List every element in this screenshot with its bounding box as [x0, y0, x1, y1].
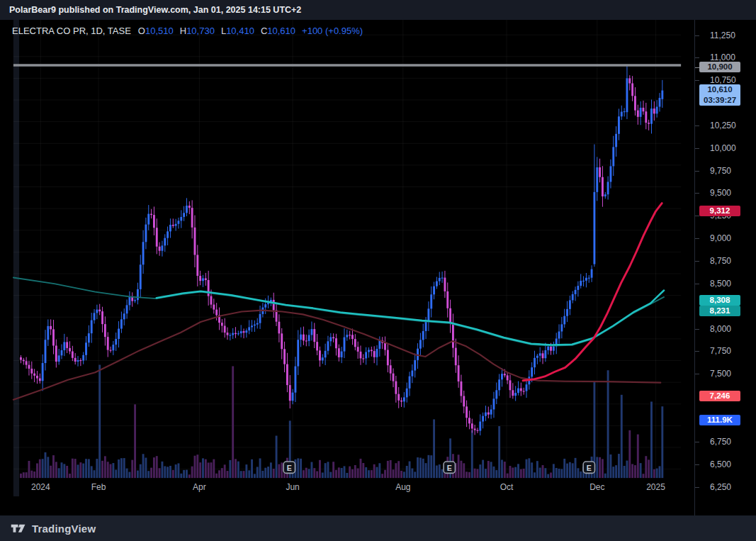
- earnings-letter: E: [587, 464, 592, 472]
- time-axis-label: Jun: [286, 482, 299, 492]
- long-ma-price-label: 7,246: [699, 391, 740, 401]
- price-tick-label: 8,500: [710, 279, 731, 289]
- price-tick-label: 9,500: [710, 188, 731, 198]
- price-tick-label: 11,250: [710, 30, 735, 40]
- price-tick-dash: [695, 374, 699, 374]
- candles: [20, 65, 663, 435]
- time-axis-label: 2025: [646, 482, 665, 492]
- price-tick-label: 7,750: [710, 346, 731, 356]
- tradingview-logo-icon: [9, 522, 27, 535]
- high-value: 10,730: [186, 26, 215, 36]
- fast-ma-line[interactable]: [523, 203, 662, 381]
- volume-label: 111.9K: [699, 415, 740, 425]
- earnings-marker[interactable]: E: [444, 462, 455, 473]
- price-tick-label: 6,500: [710, 459, 731, 469]
- price-tick-label: 8,000: [710, 324, 731, 334]
- price-tick-dash: [695, 148, 699, 149]
- price-tick-label: 6,750: [710, 437, 731, 447]
- price-tick-dash: [695, 464, 699, 465]
- price-tick-dash: [695, 329, 699, 330]
- price-axis[interactable]: 11,25011,00010,75010,25010,0009,7509,500…: [694, 20, 756, 515]
- price-tick-dash: [695, 216, 699, 216]
- time-axis-label: 2024: [31, 482, 50, 492]
- price-tick-dash: [695, 351, 699, 352]
- last-price-countdown-label: 10,61003:39:27: [699, 84, 740, 106]
- close-value: 10,610: [267, 26, 295, 36]
- earnings-marker[interactable]: E: [583, 462, 594, 473]
- high-label: H: [180, 26, 186, 36]
- slow-ma-price-label: 8,231: [699, 306, 740, 316]
- price-tick-dash: [695, 171, 699, 172]
- time-axis-label: Oct: [500, 482, 514, 492]
- attribution-bar: PolarBear9 published on TradingView.com,…: [0, 0, 756, 20]
- price-tick-label: 10,250: [710, 121, 736, 130]
- price-tick-dash: [695, 284, 699, 284]
- footer-bar: TradingView: [0, 515, 756, 541]
- attribution-text: PolarBear9 published on TradingView.com,…: [9, 5, 301, 15]
- price-tick-dash: [695, 193, 699, 194]
- price-tick-dash: [695, 238, 699, 239]
- open-value: 10,510: [145, 26, 174, 36]
- price-tick-dash: [695, 487, 699, 488]
- price-tick-dash: [695, 80, 699, 81]
- price-tick-label: 9,750: [710, 166, 731, 176]
- price-tick-dash: [695, 126, 699, 126]
- symbol-ohlc-header: ELECTRA CO PR, 1D, TASEO10,510H10,730L10…: [12, 26, 363, 36]
- price-tick-label: 8,750: [710, 256, 731, 266]
- left-spine: [13, 20, 19, 496]
- price-tick-label: 10,000: [710, 143, 736, 153]
- close-label: C: [261, 26, 267, 36]
- price-tick-label: 6,250: [710, 482, 731, 492]
- open-label: O: [138, 26, 145, 36]
- tradingview-brand[interactable]: TradingView: [9, 522, 96, 535]
- earnings-letter: E: [447, 464, 452, 472]
- earnings-letter: E: [287, 464, 292, 472]
- time-axis-label: Aug: [395, 482, 410, 492]
- earnings-marker[interactable]: E: [283, 462, 295, 473]
- price-tick-label: 9,000: [710, 233, 731, 243]
- change-value: +100 (+0.95%): [302, 26, 363, 36]
- published-chart-page: PolarBear9 published on TradingView.com,…: [0, 0, 756, 541]
- resistance-price-label: 10,900: [699, 62, 740, 72]
- chart-pane[interactable]: 2024FebAprJunAugOctDec2025EEE: [0, 20, 694, 515]
- fast-ma-price-label: 9,312: [699, 206, 740, 216]
- low-value: 10,410: [226, 26, 254, 36]
- candlestick-canvas[interactable]: 2024FebAprJunAugOctDec2025EEE: [0, 20, 694, 515]
- price-tick-dash: [695, 442, 699, 442]
- price-tick-dash: [695, 57, 699, 58]
- price-tick-dash: [695, 261, 699, 262]
- symbol-name[interactable]: ELECTRA CO PR, 1D, TASE: [12, 26, 131, 36]
- grid: [13, 20, 681, 478]
- time-axis-label: Dec: [589, 482, 604, 492]
- time-axis-label: Apr: [193, 482, 206, 492]
- time-axis-label: Feb: [91, 482, 106, 492]
- price-tick-dash: [695, 35, 699, 36]
- price-tick-label: 7,500: [710, 369, 731, 379]
- tradingview-wordmark: TradingView: [32, 523, 96, 535]
- mid-ma-price-label: 8,308: [699, 295, 740, 306]
